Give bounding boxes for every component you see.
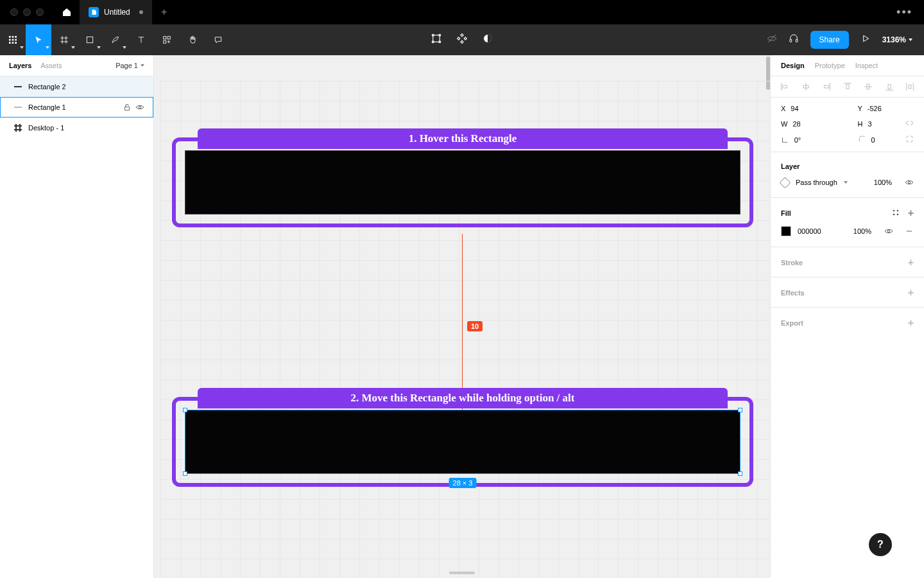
svg-point-54 bbox=[897, 210, 898, 211]
svg-rect-44 bbox=[846, 85, 849, 89]
fill-swatch[interactable] bbox=[781, 226, 791, 236]
canvas-frame-2[interactable]: 2. Move this Rectangle while holding opt… bbox=[172, 397, 753, 487]
distribute-icon[interactable] bbox=[905, 82, 915, 92]
fill-hex-field[interactable]: 000000 bbox=[798, 227, 821, 235]
layer-opacity-field[interactable]: 100% bbox=[874, 179, 892, 186]
blend-mode-icon[interactable] bbox=[779, 177, 791, 188]
share-button[interactable]: Share bbox=[810, 31, 849, 49]
add-fill-button[interactable]: + bbox=[908, 208, 914, 218]
stroke-section: Stroke + bbox=[771, 247, 924, 277]
design-tab[interactable]: Design bbox=[781, 62, 805, 69]
traffic-min[interactable] bbox=[23, 8, 31, 16]
layers-tab[interactable]: Layers bbox=[9, 62, 31, 69]
move-tool[interactable] bbox=[26, 24, 51, 55]
text-tool[interactable] bbox=[128, 24, 154, 55]
unsaved-indicator-icon bbox=[139, 10, 143, 14]
rotation-field[interactable]: ∟0° bbox=[771, 132, 848, 148]
traffic-close[interactable] bbox=[10, 8, 18, 16]
align-left-icon[interactable] bbox=[780, 82, 790, 92]
rectangle-icon bbox=[85, 35, 94, 44]
resources-tool[interactable] bbox=[154, 24, 180, 55]
fill-style-icon[interactable] bbox=[891, 208, 900, 217]
fill-visibility-icon[interactable] bbox=[884, 227, 893, 236]
multiplayer-button[interactable] bbox=[767, 33, 777, 46]
align-vcenter-icon[interactable] bbox=[863, 82, 873, 92]
align-hcenter-icon[interactable] bbox=[801, 82, 811, 92]
svg-rect-21 bbox=[433, 35, 440, 42]
help-button[interactable]: ? bbox=[869, 533, 892, 556]
cursor-icon bbox=[34, 35, 43, 44]
layer-row-rectangle-2[interactable]: Rectangle 2 bbox=[0, 76, 153, 97]
comment-tool[interactable] bbox=[205, 24, 231, 55]
shape-tool[interactable] bbox=[77, 24, 103, 55]
add-stroke-button[interactable]: + bbox=[908, 258, 914, 268]
traffic-max[interactable] bbox=[36, 8, 44, 16]
pen-tool[interactable] bbox=[103, 24, 128, 55]
zoom-dropdown[interactable]: 3136% bbox=[882, 35, 912, 44]
svg-rect-35 bbox=[125, 107, 130, 110]
align-bottom-icon[interactable] bbox=[884, 82, 894, 92]
overflow-menu-button[interactable]: ••• bbox=[885, 6, 924, 19]
fill-opacity-field[interactable]: 100% bbox=[853, 227, 871, 235]
distance-badge: 10 bbox=[467, 321, 483, 331]
svg-rect-26 bbox=[461, 34, 463, 37]
page-dropdown[interactable]: Page 1 bbox=[116, 62, 144, 69]
layer-row-desktop-1[interactable]: Desktop - 1 bbox=[0, 118, 153, 138]
new-tab-button[interactable]: + bbox=[152, 0, 176, 24]
align-top-icon[interactable] bbox=[843, 82, 853, 92]
present-button[interactable] bbox=[860, 33, 871, 46]
corner-radius-field[interactable]: 0 bbox=[848, 132, 925, 148]
edit-object-button[interactable] bbox=[431, 33, 442, 47]
align-right-icon[interactable] bbox=[821, 82, 832, 92]
blend-mode-dropdown[interactable]: Pass through bbox=[796, 179, 837, 186]
unlock-icon[interactable] bbox=[123, 103, 132, 112]
selection-handle-nw[interactable] bbox=[183, 408, 187, 412]
visibility-icon[interactable] bbox=[135, 103, 144, 112]
layer-heading: Layer bbox=[771, 156, 924, 175]
selection-dimensions-badge: 28 × 3 bbox=[449, 478, 477, 488]
svg-point-55 bbox=[893, 214, 894, 215]
selection-handle-sw[interactable] bbox=[183, 471, 187, 476]
hand-tool[interactable] bbox=[180, 24, 205, 55]
file-tab-title: Untitled bbox=[104, 8, 130, 17]
y-field[interactable]: Y-526 bbox=[848, 101, 925, 116]
effects-heading: Effects + bbox=[771, 281, 924, 303]
w-field[interactable]: W28 bbox=[771, 116, 848, 132]
multiplayer-off-icon bbox=[767, 33, 777, 44]
rectangle-2-shape[interactable] bbox=[185, 150, 740, 215]
resources-icon bbox=[162, 35, 171, 44]
inspect-tab[interactable]: Inspect bbox=[855, 62, 878, 69]
frame-1-label: 1. Hover this Rectangle bbox=[198, 128, 728, 149]
frame-tool[interactable] bbox=[51, 24, 77, 55]
fill-heading: Fill + bbox=[771, 202, 924, 223]
assets-tab[interactable]: Assets bbox=[40, 62, 62, 69]
component-icon bbox=[456, 33, 468, 44]
chevron-down-icon bbox=[909, 39, 912, 41]
canvas[interactable]: 1. Hover this Rectangle 10 2. Move this … bbox=[154, 55, 770, 578]
selection-handle-ne[interactable] bbox=[738, 408, 742, 412]
layer-label: Desktop - 1 bbox=[28, 124, 64, 132]
audio-button[interactable] bbox=[789, 33, 799, 46]
remove-fill-button[interactable] bbox=[905, 227, 914, 236]
home-button[interactable] bbox=[54, 0, 80, 24]
file-tab[interactable]: Untitled bbox=[80, 0, 152, 24]
svg-marker-34 bbox=[863, 35, 868, 41]
layer-row-rectangle-1[interactable]: Rectangle 1 bbox=[0, 97, 153, 118]
bottom-panel-handle[interactable] bbox=[449, 572, 475, 574]
create-component-button[interactable] bbox=[456, 33, 468, 47]
svg-rect-0 bbox=[9, 36, 11, 38]
add-export-button[interactable]: + bbox=[908, 318, 914, 328]
prototype-tab[interactable]: Prototype bbox=[815, 62, 845, 69]
selection-handle-se[interactable] bbox=[738, 471, 742, 476]
constrain-proportions-button[interactable] bbox=[905, 119, 914, 128]
mask-button[interactable] bbox=[482, 33, 493, 47]
rectangle-1-shape[interactable] bbox=[185, 410, 740, 474]
layer-visibility-icon[interactable] bbox=[905, 178, 914, 187]
x-field[interactable]: X94 bbox=[771, 101, 848, 116]
canvas-frame-1[interactable]: 1. Hover this Rectangle bbox=[172, 137, 753, 227]
svg-rect-16 bbox=[164, 37, 166, 39]
h-field[interactable]: H3 bbox=[848, 116, 925, 132]
main-menu-button[interactable] bbox=[0, 24, 26, 55]
independent-corners-button[interactable] bbox=[905, 135, 914, 144]
add-effect-button[interactable]: + bbox=[908, 288, 914, 298]
